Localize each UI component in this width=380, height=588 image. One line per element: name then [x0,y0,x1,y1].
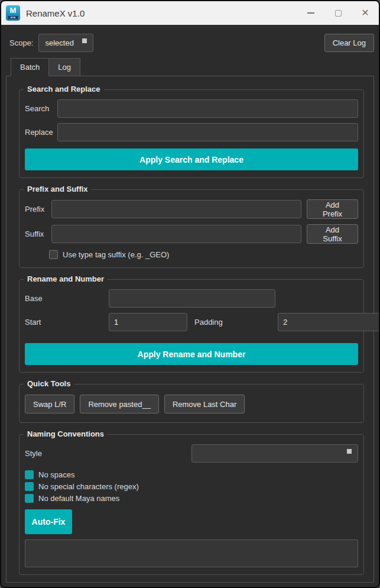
style-dropdown[interactable] [191,444,358,463]
scope-dropdown-value: selected [45,38,73,47]
search-label: Search [25,104,53,113]
type-tag-checkbox[interactable] [49,250,58,259]
type-tag-checkbox-label: Use type tag suffix (e.g. _GEO) [63,250,169,259]
base-row: Base [25,289,358,308]
window-controls: ✕ [297,1,379,25]
swap-lr-button[interactable]: Swap L/R [25,395,74,413]
conventions-output-area[interactable] [25,539,358,567]
minimize-button[interactable] [297,1,324,25]
replace-input[interactable] [57,123,358,141]
search-replace-group: Search and Replace Search Replace Apply … [19,89,364,178]
auto-fix-button[interactable]: Auto-Fix [25,509,72,534]
quick-tools-group: Quick Tools Swap L/R Remove pasted__ Rem… [19,384,364,423]
no-default-names-checkbox[interactable] [25,494,34,503]
apply-search-replace-button[interactable]: Apply Search and Replace [25,148,358,170]
no-spaces-row: No spaces [25,470,358,479]
suffix-row: Suffix Add Suffix [25,224,358,244]
prefix-input[interactable] [51,200,301,218]
rename-number-group-title: Rename and Number [24,274,108,283]
scope-dropdown[interactable]: selected [38,34,93,52]
naming-conventions-group-title: Naming Conventions [24,429,108,438]
suffix-input[interactable] [51,225,301,243]
search-row: Search [25,99,358,118]
add-prefix-button[interactable]: Add Prefix [307,199,358,219]
remove-pasted-button[interactable]: Remove pasted__ [80,395,159,413]
batch-tab-pane: Search and Replace Search Replace Apply … [6,76,374,583]
convention-checkbox-list: No spaces No special characters (regex) … [25,470,358,503]
minimize-icon [307,12,314,14]
prefix-suffix-group: Prefix and Suffix Prefix Add Prefix Suff… [19,189,364,268]
remove-last-char-button[interactable]: Remove Last Char [164,395,245,413]
combo-indicator-icon [82,38,87,43]
no-spaces-checkbox[interactable] [25,470,34,479]
rename-number-group: Rename and Number Base Start Padding App… [19,279,364,373]
maya-icon-subtext: AVA [8,16,18,19]
no-default-names-label: No default Maya names [38,494,119,503]
app-window: M AVA RenameX v1.0 ✕ Scope: selected [0,0,380,588]
replace-row: Replace [25,123,358,141]
main-body: Scope: selected Clear Log Batch Log Sear… [1,25,379,583]
quick-tools-group-title: Quick Tools [24,379,74,388]
start-label: Start [25,318,109,327]
window-title: RenameX v1.0 [26,8,297,18]
padding-label: Padding [187,318,278,327]
replace-label: Replace [25,128,53,137]
clear-log-button[interactable]: Clear Log [324,34,374,52]
naming-conventions-group: Naming Conventions Style No spaces [19,434,364,575]
no-special-chars-label: No special characters (regex) [38,482,139,491]
status-bar: RenameX: preview first, then apply. All … [1,583,379,588]
scope-row: Scope: selected Clear Log [9,34,374,52]
base-input[interactable] [109,289,275,308]
maya-icon: M AVA [6,5,20,21]
suffix-label: Suffix [25,230,47,238]
no-special-chars-checkbox[interactable] [25,482,34,491]
add-suffix-button[interactable]: Add Suffix [307,224,358,244]
close-icon: ✕ [361,8,369,18]
base-label: Base [25,294,109,303]
maya-icon-letter: M [10,5,17,16]
close-button[interactable]: ✕ [352,1,379,25]
tab-bar: Batch Log [11,58,374,76]
scope-label: Scope: [9,38,33,47]
no-spaces-label: No spaces [38,470,74,479]
search-replace-group-title: Search and Replace [24,85,104,93]
apply-rename-number-button[interactable]: Apply Rename and Number [25,343,358,365]
prefix-suffix-group-title: Prefix and Suffix [24,185,92,193]
start-input[interactable] [109,313,187,331]
combo-indicator-icon [347,449,352,454]
search-input[interactable] [57,99,358,118]
style-row: Style [25,444,358,463]
quick-tools-row: Swap L/R Remove pasted__ Remove Last Cha… [25,394,358,415]
style-label: Style [25,449,42,458]
maximize-icon [335,10,342,17]
type-tag-row: Use type tag suffix (e.g. _GEO) [49,250,358,259]
padding-input[interactable] [278,313,380,331]
title-bar: M AVA RenameX v1.0 ✕ [1,1,379,25]
prefix-row: Prefix Add Prefix [25,199,358,219]
prefix-label: Prefix [25,205,47,214]
tab-batch[interactable]: Batch [11,58,49,76]
maximize-button[interactable] [324,1,352,25]
no-default-names-row: No default Maya names [25,494,358,503]
no-special-chars-row: No special characters (regex) [25,482,358,491]
start-padding-row: Start Padding [25,313,358,331]
tab-log[interactable]: Log [49,58,80,76]
